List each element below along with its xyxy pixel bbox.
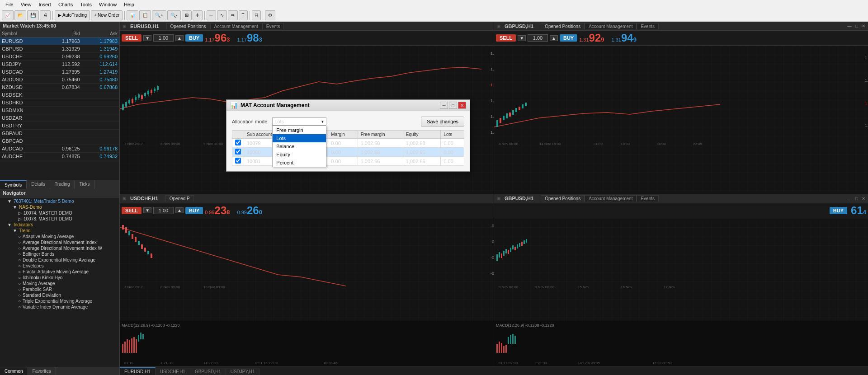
fib-btn[interactable]: ⌸ [252,10,261,20]
option-percent[interactable]: Percent [273,159,326,167]
usdchf-tab-positions[interactable]: Opened P [165,195,194,202]
eurusd-sell-btn[interactable]: SELL [122,34,142,42]
option-free-margin[interactable]: Free margin [273,126,326,134]
nav-item[interactable]: ▷ 10078: MASTER DEMO [1,216,118,222]
bottom-tab-usdjpy[interactable]: USDJPY,H1 [226,368,260,375]
save-btn[interactable]: 💾 [27,10,39,20]
usdjpy-chart-body[interactable]: 9 Nov 02:00 9 Nov 08:00 15 Nov 16 Nov 17… [494,218,868,366]
market-row[interactable]: GBPCAD — — [0,137,119,145]
nav-tab-favorites[interactable]: Favorites [28,367,56,375]
row-checkbox-cell[interactable] [232,157,244,166]
nav-item[interactable]: ○ Ichimoku Kinko Hyo [1,275,118,281]
allocation-mode-select[interactable]: Lots ▼ [272,117,326,126]
nav-item[interactable]: ○ Parabolic SAR [1,286,118,292]
nav-item[interactable]: ○ Triple Exponential Moving Average [1,298,118,304]
bottom-tab-usdchf[interactable]: USDCHF,H1 [156,368,190,375]
nav-item[interactable]: ○ Average Directional Movement Index [1,239,118,245]
indicator-btn[interactable]: 📊 [127,10,138,20]
menu-charts[interactable]: Charts [55,1,76,8]
gbpusd-buy-btn[interactable]: BUY [560,34,577,42]
usdchf-lot-down[interactable]: ▼ [143,207,151,213]
nav-tab-common[interactable]: Common [0,367,28,375]
market-row[interactable]: USDMXN — — [0,107,119,114]
row-checkbox[interactable] [235,158,241,164]
nav-item[interactable]: ○ Variable Index Dynamic Average [1,304,118,310]
market-row[interactable]: USDJPY 112.592 112.614 [0,61,119,68]
pen-btn[interactable]: ✏ [228,10,238,20]
view-btn[interactable]: ⊞ [182,10,192,20]
market-row[interactable]: USDHKD — — [0,99,119,107]
nav-item[interactable]: ▼ 7637401: MetaTrader 5 Demo [1,198,118,204]
new-chart-btn[interactable]: 📈 [2,10,14,20]
menu-tools[interactable]: Tools [76,1,95,8]
menu-insert[interactable]: Insert [35,1,55,8]
bottom-tab-gbpusd[interactable]: GBPUSD,H1 [190,368,226,375]
usdchf-lot-up[interactable]: ▲ [175,207,184,213]
eurusd-tab-account[interactable]: Account Management [210,23,262,29]
usdjpy-tab-events[interactable]: Events [637,195,659,202]
curve-btn[interactable]: ∿ [217,10,227,20]
usdchf-lot-input[interactable] [153,207,174,214]
autotrading-btn[interactable]: ▶ AutoTrading [55,10,90,20]
text-btn[interactable]: T [239,10,248,20]
nav-item[interactable]: ○ Double Exponential Moving Average [1,257,118,263]
market-row[interactable]: AUDCHF 0.74875 0.74932 [0,153,119,160]
market-row[interactable]: USDCHF 0.99238 0.99260 [0,53,119,61]
nav-item[interactable]: ▷ 10074: MASTER DEMO [1,210,118,216]
eurusd-lot-down[interactable]: ▼ [143,35,151,41]
market-row[interactable]: USDTRY — — [0,122,119,130]
row-checkbox-cell[interactable] [232,139,244,148]
market-row[interactable]: NZDUSD 0.67834 0.67868 [0,84,119,91]
gbpusd-sell-btn[interactable]: SELL [496,34,516,42]
dialog-table-row[interactable]: 10081 1,002.66 0.00 1,002.66 1,002.66 0.… [232,157,464,166]
line-btn[interactable]: ─ [207,10,216,20]
nav-item[interactable]: ▼ Trend [1,228,118,234]
options-btn[interactable]: ⚙ [265,10,275,20]
nav-item[interactable]: ▼ Indicators [1,222,118,228]
gbpusd-restore-btn[interactable]: □ [855,23,858,28]
dialog-table-row[interactable]: 10080 1,002.66 0.00 1,002.66 1,002.66 0.… [232,148,464,157]
usdjpy-close-btn[interactable]: ✕ [862,196,865,201]
dialog-restore-btn[interactable]: □ [449,102,457,109]
allocation-dropdown[interactable]: Free margin Lots Balance Equity Percent [272,126,326,167]
market-row[interactable]: USDCAD 1.27395 1.27419 [0,68,119,76]
row-checkbox[interactable] [235,140,241,145]
dialog-minimize-btn[interactable]: ─ [440,102,448,109]
usdchf-buy-btn[interactable]: BUY [185,207,203,214]
dialog-close-btn[interactable]: ✕ [458,102,466,109]
zoom-out-btn[interactable]: 🔍- [167,10,180,20]
new-order-btn[interactable]: + New Order [91,10,123,20]
gbpusd-lot-input[interactable] [528,34,548,42]
eurusd-lot-input[interactable] [153,34,174,42]
gbpusd-minimize-btn[interactable]: — [847,23,852,28]
tab-trading[interactable]: Trading [50,180,75,189]
nav-item[interactable]: ○ Adaptive Moving Average [1,234,118,239]
eurusd-buy-btn[interactable]: BUY [185,34,203,42]
menu-file[interactable]: File [2,1,17,8]
tab-details[interactable]: Details [27,180,50,189]
crosshair-btn[interactable]: ✛ [193,10,203,20]
market-row[interactable]: AUDUSD 0.75460 0.75480 [0,76,119,84]
market-row[interactable]: EURUSD 1.17963 1.17983 [0,38,119,45]
usdjpy-buy-btn[interactable]: BUY [830,207,847,214]
zoom-in-btn[interactable]: 🔍+ [152,10,166,20]
nav-item[interactable]: ○ Moving Average [1,281,118,286]
menu-help[interactable]: Help [120,1,138,8]
gbpusd-tab-events[interactable]: Events [637,23,659,29]
eurusd-tab-positions[interactable]: Opened Positions [166,23,210,29]
gbpusd-tab-account[interactable]: Account Management [585,23,637,29]
nav-item[interactable]: ▼ NAS-Demo [1,204,118,210]
option-balance[interactable]: Balance [273,142,326,150]
dialog-table-row[interactable]: 10079 1,002.68 0.00 1,002.68 1,002.68 0.… [232,139,464,148]
usdchf-sell-btn[interactable]: SELL [122,207,142,214]
nav-item[interactable]: ○ Envelopes [1,263,118,269]
gbpusd-lot-down[interactable]: ▼ [518,35,526,41]
gbpusd-chart-body[interactable]: 1.32300 1.31900 1.31600 1.31200 4 Nov 08… [494,46,868,194]
nav-item[interactable]: ○ Fractal Adaptive Moving Average [1,269,118,275]
usdjpy-restore-btn[interactable]: □ [855,196,858,201]
market-row[interactable]: GBPUSD 1.31929 1.31949 [0,45,119,53]
nav-item[interactable]: ○ Bollinger Bands [1,251,118,257]
option-lots[interactable]: Lots [273,134,326,142]
market-row[interactable]: GBPAUD — — [0,130,119,137]
eurusd-tab-events[interactable]: Events [262,23,284,29]
